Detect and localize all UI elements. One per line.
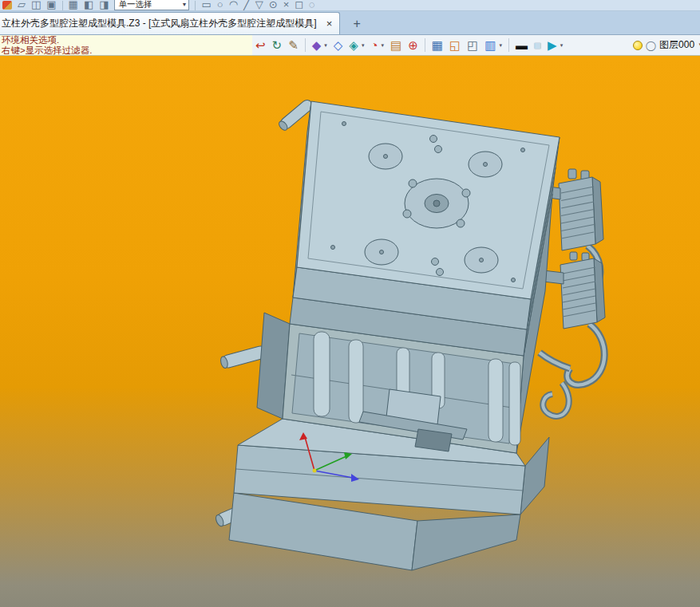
new-file-icon[interactable]: ▱ (18, 0, 26, 10)
pick-filter-face-icon[interactable]: ◧ (84, 0, 93, 10)
pick-filter-edge-icon[interactable]: ◨ (99, 0, 109, 10)
display-settings-icon[interactable]: ▥ (484, 39, 496, 51)
prompt-line-1: 环境相关选项. (2, 35, 252, 45)
line-width-icon[interactable]: ▬ (516, 39, 528, 51)
mold-top-plate (293, 101, 560, 329)
close-tab-icon[interactable]: × (326, 18, 333, 30)
grid-icon[interactable]: ▦ (432, 39, 443, 51)
chevron-down-icon[interactable]: ▾ (362, 42, 365, 49)
document-tab-bar: 立柱外壳多型腔注塑成型模具.Z3 - [立式风扇立柱外壳多型腔注塑成型模具] ×… (0, 11, 700, 35)
document-tab[interactable]: 立柱外壳多型腔注塑成型模具.Z3 - [立式风扇立柱外壳多型腔注塑成型模具] × (0, 12, 340, 34)
zoom-fit-icon[interactable]: ◰ (467, 39, 478, 51)
trim-tool-icon[interactable]: × (283, 0, 290, 10)
spline-tool-icon[interactable]: ◌ (309, 0, 315, 10)
circle-tool-icon[interactable]: ○ (217, 0, 223, 10)
view-toolbar-icons: ↩ ↻ ✎ ◆ ▾ ◇ ◈ ▾ ◔ ▾ ▤ ⊕ ▦ ◱ ◰ ▥ ▾ ▬ ■ ▶ … (255, 35, 563, 55)
regen-icon[interactable]: ↻ (272, 39, 283, 51)
line-tool-icon[interactable]: ╱ (243, 0, 250, 10)
arc-tool-icon[interactable]: ◠ (229, 0, 238, 10)
view-orient-icon[interactable]: ◈ (349, 39, 358, 51)
save-icon[interactable]: ▣ (46, 0, 56, 10)
chevron-down-icon[interactable]: ▾ (560, 42, 564, 49)
toolbar-separator (508, 38, 509, 52)
chevron-down-icon[interactable]: ▾ (381, 42, 384, 49)
window-zoom-icon[interactable]: ◱ (449, 39, 461, 51)
viewport-canvas[interactable] (0, 56, 700, 607)
toolbar-separator (425, 38, 425, 52)
pick-filter-all-icon[interactable]: ▦ (69, 0, 78, 10)
point-tool-icon[interactable]: ⊙ (269, 0, 278, 10)
shaded-display-icon[interactable]: ◆ (312, 39, 322, 51)
app-logo-icon[interactable] (2, 1, 12, 10)
chevron-down-icon: ▼ (182, 0, 188, 10)
cooling-connector-block-1 (549, 169, 603, 250)
rect-tool-icon[interactable]: ▭ (201, 0, 211, 10)
selection-mode-dropdown[interactable]: 单一选择 ▼ (114, 0, 189, 10)
polygon-tool-icon[interactable]: ▽ (255, 0, 263, 10)
view-toolbar: 环境相关选项. 右键>显示选择过滤器. ↩ ↻ ✎ ◆ ▾ ◇ ◈ ▾ ◔ ▾ … (0, 35, 700, 56)
image-capture-icon[interactable]: ▤ (390, 39, 401, 51)
document-tab-title: 立柱外壳多型腔注塑成型模具.Z3 - [立式风扇立柱外壳多型腔注塑成型模具] (2, 17, 317, 30)
active-layer-label[interactable]: 图层000 (659, 38, 694, 52)
chevron-down-icon[interactable]: ▾ (324, 42, 327, 49)
pencil-icon[interactable]: ✎ (288, 39, 299, 51)
chevron-down-icon[interactable]: ▾ (500, 42, 503, 49)
prompt-line-2: 右键>显示选择过滤器. (2, 45, 252, 56)
layer-color-swatch-icon[interactable]: ◯ (646, 41, 656, 50)
layer-control[interactable]: ◯ 图层000 ▼ (633, 35, 700, 55)
toolbar-separator (62, 1, 63, 10)
toolbar-separator (305, 38, 306, 52)
top-toolbar-strip: ▱ ◫ ▣ ▦ ◧ ◨ 单一选择 ▼ ▭ ○ ◠ ╱ ▽ ⊙ × ◻ ◌ (0, 0, 700, 11)
wireframe-display-icon[interactable]: ◇ (334, 39, 343, 51)
mold-3d-model (0, 56, 700, 607)
toolbar-separator (195, 1, 196, 10)
new-tab-button[interactable]: + (346, 15, 367, 33)
layer-visibility-bulb-icon[interactable] (633, 41, 643, 50)
selection-mode-value: 单一选择 (118, 0, 152, 10)
target-point-icon[interactable]: ⊕ (408, 39, 418, 51)
section-arrow-icon[interactable]: ▶ (548, 39, 557, 51)
offset-tool-icon[interactable]: ◻ (295, 0, 303, 10)
color-swatch-icon[interactable]: ■ (534, 39, 541, 51)
prompt-message-area: 环境相关选项. 右键>显示选择过滤器. (0, 35, 252, 55)
render-mode-icon[interactable]: ◔ (370, 39, 378, 51)
open-file-icon[interactable]: ◫ (31, 0, 41, 10)
undo-icon[interactable]: ↩ (255, 39, 266, 51)
